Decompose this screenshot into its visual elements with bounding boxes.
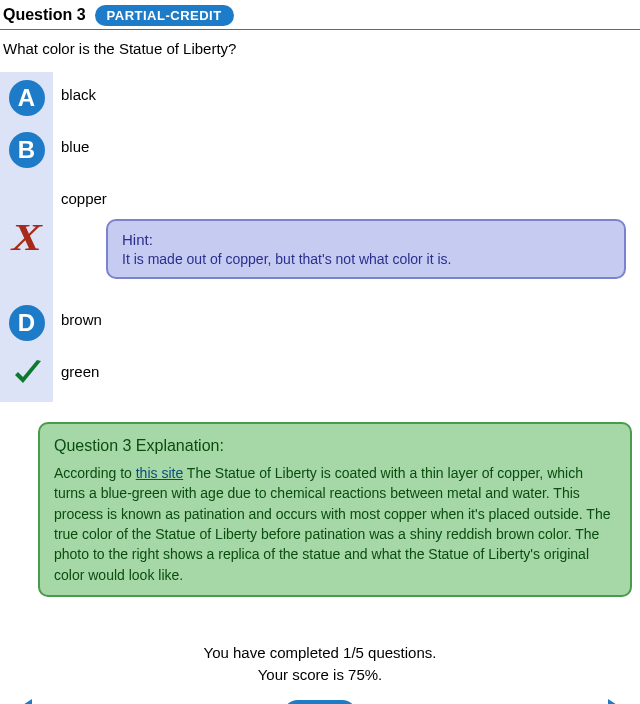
next-arrow-icon[interactable] xyxy=(556,699,634,704)
option-a[interactable]: A black xyxy=(0,72,640,124)
footer-status: You have completed 1/5 questions. Your s… xyxy=(0,642,640,687)
prev-arrow-icon[interactable] xyxy=(6,699,84,704)
option-content: green xyxy=(53,349,640,392)
option-marker xyxy=(0,349,53,402)
option-c[interactable]: X copper Hint: It is made out of copper,… xyxy=(0,176,640,297)
letter-icon: B xyxy=(9,132,45,168)
option-b[interactable]: B blue xyxy=(0,124,640,176)
letter-icon: D xyxy=(9,305,45,341)
letter-icon: A xyxy=(9,80,45,116)
question-number: Question 3 xyxy=(3,6,86,23)
nav-row: List xyxy=(0,687,640,704)
option-label: green xyxy=(61,361,632,380)
option-marker: X xyxy=(0,176,53,297)
explanation-text: The Statue of Liberty is coated with a t… xyxy=(54,465,611,582)
option-d[interactable]: D brown xyxy=(0,297,640,349)
question-text: What color is the Statue of Liberty? xyxy=(0,30,640,72)
completed-text: You have completed 1/5 questions. xyxy=(0,642,640,665)
explanation-link[interactable]: this site xyxy=(136,465,183,481)
option-label: black xyxy=(61,84,632,103)
option-content: blue xyxy=(53,124,640,167)
explanation-body: According to this site The Statue of Lib… xyxy=(54,463,616,585)
hint-title: Hint: xyxy=(122,231,610,248)
options-list: A black B blue X copper Hint: It is made… xyxy=(0,72,640,402)
correct-icon xyxy=(11,357,43,394)
option-content: brown xyxy=(53,297,640,340)
explanation-prefix: According to xyxy=(54,465,136,481)
question-header: Question 3 PARTIAL-CREDIT xyxy=(0,0,640,30)
hint-box: Hint: It is made out of copper, but that… xyxy=(106,219,626,279)
option-label: blue xyxy=(61,136,632,155)
option-label: copper xyxy=(61,188,632,207)
option-label: brown xyxy=(61,309,632,328)
svg-marker-1 xyxy=(556,699,634,704)
list-button[interactable]: List xyxy=(282,700,358,704)
option-marker: D xyxy=(0,297,53,349)
option-e[interactable]: green xyxy=(0,349,640,402)
option-marker: B xyxy=(0,124,53,176)
credit-badge: PARTIAL-CREDIT xyxy=(95,5,234,26)
svg-marker-0 xyxy=(6,699,84,704)
option-marker: A xyxy=(0,72,53,124)
score-text: Your score is 75%. xyxy=(0,664,640,687)
explanation-title: Question 3 Explanation: xyxy=(54,434,616,457)
option-content: black xyxy=(53,72,640,115)
explanation-box: Question 3 Explanation: According to thi… xyxy=(38,422,632,597)
hint-text: It is made out of copper, but that's not… xyxy=(122,251,610,267)
option-content: copper Hint: It is made out of copper, b… xyxy=(53,176,640,297)
wrong-icon: X xyxy=(11,218,41,256)
